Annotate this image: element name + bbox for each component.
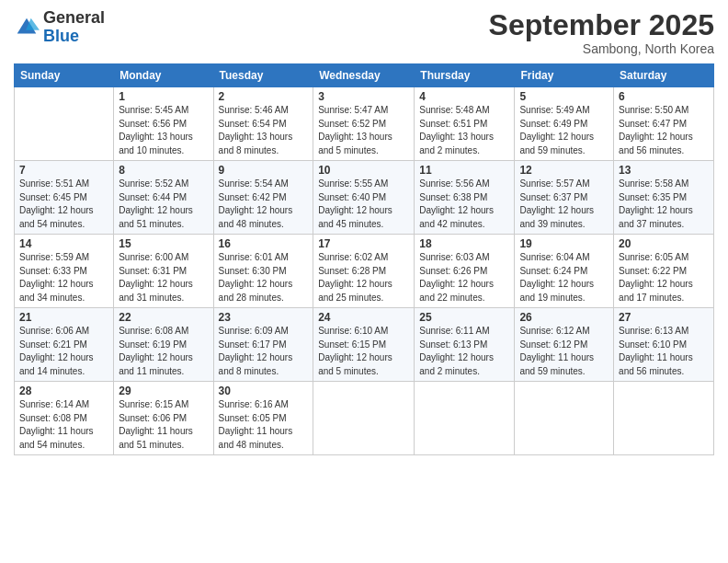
calendar-cell: 8Sunrise: 5:52 AMSunset: 6:44 PMDaylight…	[114, 161, 213, 235]
calendar-cell: 18Sunrise: 6:03 AMSunset: 6:26 PMDayligh…	[415, 235, 515, 308]
day-info: Sunrise: 5:56 AMSunset: 6:38 PMDaylight:…	[419, 178, 509, 231]
calendar-cell: 24Sunrise: 6:10 AMSunset: 6:15 PMDayligh…	[313, 308, 415, 382]
day-number: 18	[419, 237, 509, 250]
logo-icon	[14, 15, 40, 40]
col-sunday: Sunday	[15, 64, 114, 87]
calendar-cell: 25Sunrise: 6:11 AMSunset: 6:13 PMDayligh…	[415, 308, 515, 382]
day-number: 8	[119, 164, 208, 177]
day-number: 21	[19, 311, 108, 324]
day-number: 17	[318, 237, 409, 250]
day-number: 9	[219, 164, 309, 177]
calendar-cell: 9Sunrise: 5:54 AMSunset: 6:42 PMDaylight…	[213, 161, 313, 235]
calendar-cell: 28Sunrise: 6:14 AMSunset: 6:08 PMDayligh…	[15, 382, 114, 455]
day-info: Sunrise: 6:05 AMSunset: 6:22 PMDaylight:…	[619, 251, 709, 304]
calendar-cell	[614, 382, 714, 455]
col-friday: Friday	[515, 64, 614, 87]
calendar: Sunday Monday Tuesday Wednesday Thursday…	[14, 63, 714, 455]
calendar-week-1: 1Sunrise: 5:45 AMSunset: 6:56 PMDaylight…	[15, 87, 714, 161]
day-number: 10	[318, 164, 409, 177]
calendar-week-3: 14Sunrise: 5:59 AMSunset: 6:33 PMDayligh…	[15, 235, 714, 308]
day-number: 11	[419, 164, 509, 177]
day-number: 20	[619, 237, 709, 250]
day-number: 13	[619, 164, 709, 177]
calendar-cell: 17Sunrise: 6:02 AMSunset: 6:28 PMDayligh…	[313, 235, 415, 308]
calendar-week-5: 28Sunrise: 6:14 AMSunset: 6:08 PMDayligh…	[15, 382, 714, 455]
day-number: 19	[519, 237, 609, 250]
logo-text: General Blue	[43, 9, 105, 46]
calendar-cell: 16Sunrise: 6:01 AMSunset: 6:30 PMDayligh…	[213, 235, 313, 308]
calendar-cell: 26Sunrise: 6:12 AMSunset: 6:12 PMDayligh…	[515, 308, 614, 382]
calendar-cell	[415, 382, 515, 455]
calendar-cell: 29Sunrise: 6:15 AMSunset: 6:06 PMDayligh…	[114, 382, 213, 455]
calendar-cell: 2Sunrise: 5:46 AMSunset: 6:54 PMDaylight…	[213, 87, 313, 161]
logo-general: General	[43, 8, 105, 27]
day-number: 25	[419, 311, 509, 324]
day-info: Sunrise: 5:54 AMSunset: 6:42 PMDaylight:…	[219, 178, 309, 231]
calendar-week-4: 21Sunrise: 6:06 AMSunset: 6:21 PMDayligh…	[15, 308, 714, 382]
calendar-cell: 19Sunrise: 6:04 AMSunset: 6:24 PMDayligh…	[515, 235, 614, 308]
col-saturday: Saturday	[614, 64, 714, 87]
calendar-cell: 12Sunrise: 5:57 AMSunset: 6:37 PMDayligh…	[515, 161, 614, 235]
calendar-cell: 4Sunrise: 5:48 AMSunset: 6:51 PMDaylight…	[415, 87, 515, 161]
day-number: 22	[119, 311, 208, 324]
day-info: Sunrise: 6:13 AMSunset: 6:10 PMDaylight:…	[619, 325, 709, 378]
calendar-cell: 22Sunrise: 6:08 AMSunset: 6:19 PMDayligh…	[114, 308, 213, 382]
day-info: Sunrise: 6:14 AMSunset: 6:08 PMDaylight:…	[19, 398, 108, 452]
day-number: 23	[219, 311, 309, 324]
day-info: Sunrise: 6:02 AMSunset: 6:28 PMDaylight:…	[318, 251, 409, 304]
month-title: September 2025	[489, 9, 714, 41]
col-monday: Monday	[114, 64, 213, 87]
calendar-cell	[15, 87, 114, 161]
calendar-cell: 20Sunrise: 6:05 AMSunset: 6:22 PMDayligh…	[614, 235, 714, 308]
calendar-cell: 15Sunrise: 6:00 AMSunset: 6:31 PMDayligh…	[114, 235, 213, 308]
day-info: Sunrise: 5:55 AMSunset: 6:40 PMDaylight:…	[318, 178, 409, 231]
day-info: Sunrise: 6:11 AMSunset: 6:13 PMDaylight:…	[419, 325, 509, 378]
day-number: 6	[619, 90, 709, 103]
calendar-cell: 7Sunrise: 5:51 AMSunset: 6:45 PMDaylight…	[15, 161, 114, 235]
logo-blue: Blue	[43, 27, 79, 45]
day-info: Sunrise: 5:50 AMSunset: 6:47 PMDaylight:…	[619, 104, 709, 157]
day-number: 26	[519, 311, 609, 324]
day-info: Sunrise: 5:51 AMSunset: 6:45 PMDaylight:…	[19, 178, 108, 231]
day-number: 4	[419, 90, 509, 103]
calendar-header-row: Sunday Monday Tuesday Wednesday Thursday…	[15, 64, 714, 87]
day-info: Sunrise: 5:49 AMSunset: 6:49 PMDaylight:…	[519, 104, 609, 157]
calendar-cell: 21Sunrise: 6:06 AMSunset: 6:21 PMDayligh…	[15, 308, 114, 382]
day-info: Sunrise: 6:06 AMSunset: 6:21 PMDaylight:…	[19, 325, 108, 378]
calendar-cell: 3Sunrise: 5:47 AMSunset: 6:52 PMDaylight…	[313, 87, 415, 161]
day-info: Sunrise: 6:15 AMSunset: 6:06 PMDaylight:…	[119, 398, 208, 452]
page: General Blue September 2025 Sambong, Nor…	[0, 0, 728, 563]
calendar-cell: 14Sunrise: 5:59 AMSunset: 6:33 PMDayligh…	[15, 235, 114, 308]
day-info: Sunrise: 5:52 AMSunset: 6:44 PMDaylight:…	[119, 178, 208, 231]
day-number: 14	[19, 237, 108, 250]
calendar-cell: 6Sunrise: 5:50 AMSunset: 6:47 PMDaylight…	[614, 87, 714, 161]
col-thursday: Thursday	[415, 64, 515, 87]
day-info: Sunrise: 5:48 AMSunset: 6:51 PMDaylight:…	[419, 104, 509, 157]
calendar-cell	[515, 382, 614, 455]
calendar-week-2: 7Sunrise: 5:51 AMSunset: 6:45 PMDaylight…	[15, 161, 714, 235]
calendar-cell: 30Sunrise: 6:16 AMSunset: 6:05 PMDayligh…	[213, 382, 313, 455]
day-number: 2	[219, 90, 309, 103]
day-info: Sunrise: 5:46 AMSunset: 6:54 PMDaylight:…	[219, 104, 309, 157]
day-number: 3	[318, 90, 409, 103]
day-number: 27	[619, 311, 709, 324]
col-wednesday: Wednesday	[313, 64, 415, 87]
calendar-cell: 1Sunrise: 5:45 AMSunset: 6:56 PMDaylight…	[114, 87, 213, 161]
day-info: Sunrise: 6:12 AMSunset: 6:12 PMDaylight:…	[519, 325, 609, 378]
day-number: 15	[119, 237, 208, 250]
day-info: Sunrise: 5:57 AMSunset: 6:37 PMDaylight:…	[519, 178, 609, 231]
calendar-cell: 23Sunrise: 6:09 AMSunset: 6:17 PMDayligh…	[213, 308, 313, 382]
title-block: September 2025 Sambong, North Korea	[489, 9, 714, 56]
day-info: Sunrise: 6:01 AMSunset: 6:30 PMDaylight:…	[219, 251, 309, 304]
header: General Blue September 2025 Sambong, Nor…	[14, 9, 714, 56]
day-info: Sunrise: 5:47 AMSunset: 6:52 PMDaylight:…	[318, 104, 409, 157]
day-info: Sunrise: 6:03 AMSunset: 6:26 PMDaylight:…	[419, 251, 509, 304]
calendar-cell: 10Sunrise: 5:55 AMSunset: 6:40 PMDayligh…	[313, 161, 415, 235]
day-info: Sunrise: 6:08 AMSunset: 6:19 PMDaylight:…	[119, 325, 208, 378]
logo: General Blue	[14, 9, 105, 46]
day-info: Sunrise: 6:09 AMSunset: 6:17 PMDaylight:…	[219, 325, 309, 378]
location-subtitle: Sambong, North Korea	[489, 41, 714, 56]
calendar-cell	[313, 382, 415, 455]
day-info: Sunrise: 5:59 AMSunset: 6:33 PMDaylight:…	[19, 251, 108, 304]
day-number: 7	[19, 164, 108, 177]
